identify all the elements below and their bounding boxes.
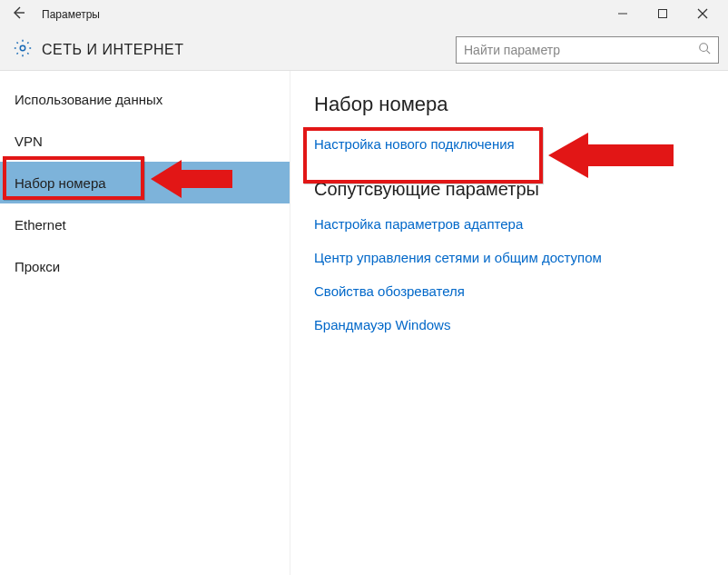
svg-line-6 [707, 50, 711, 54]
sidebar-item-dialup[interactable]: Набор номера [0, 162, 290, 203]
svg-point-4 [20, 45, 25, 51]
search-input[interactable] [464, 43, 698, 57]
svg-rect-1 [659, 10, 667, 18]
related-heading: Сопутсвующие параметры [314, 179, 701, 200]
sidebar-item-proxy[interactable]: Прокси [0, 245, 290, 287]
section-title: СЕТЬ И ИНТЕРНЕТ [42, 42, 184, 58]
close-icon [697, 6, 708, 23]
maximize-button[interactable] [643, 0, 683, 29]
sidebar-item-ethernet[interactable]: Ethernet [0, 203, 290, 245]
link-windows-firewall[interactable]: Брандмауэр Windows [314, 317, 701, 332]
minimize-button[interactable] [603, 0, 643, 29]
back-button[interactable] [5, 2, 31, 27]
link-internet-options[interactable]: Свойства обозревателя [314, 283, 701, 299]
window-controls [603, 0, 723, 29]
link-adapter-settings[interactable]: Настройка параметров адаптера [314, 216, 701, 232]
window-title: Параметры [42, 8, 100, 21]
main-panel: Набор номера Настройка нового подключени… [290, 71, 728, 575]
svg-point-5 [700, 43, 708, 51]
content-area: Использование данных VPN Набор номера Et… [0, 71, 728, 575]
sidebar: Использование данных VPN Набор номера Et… [0, 71, 290, 575]
sidebar-item-label: VPN [15, 134, 43, 149]
link-setup-new-connection[interactable]: Настройка нового подключения [314, 136, 701, 152]
sidebar-item-label: Использование данных [15, 92, 162, 107]
section-header: СЕТЬ И ИНТЕРНЕТ [0, 29, 728, 71]
sidebar-item-label: Ethernet [15, 217, 66, 233]
sidebar-item-label: Прокси [15, 259, 60, 274]
close-button[interactable] [683, 0, 723, 29]
sidebar-item-vpn[interactable]: VPN [0, 120, 290, 162]
sidebar-item-data-usage[interactable]: Использование данных [0, 78, 290, 120]
maximize-icon [657, 6, 668, 23]
titlebar: Параметры [0, 0, 728, 29]
search-box[interactable] [456, 36, 719, 64]
arrow-left-icon [11, 5, 25, 24]
minimize-icon [617, 6, 628, 23]
link-network-sharing-center[interactable]: Центр управления сетями и общим доступом [314, 250, 701, 265]
gear-icon [13, 38, 33, 62]
search-icon [698, 42, 711, 58]
page-title: Набор номера [314, 93, 701, 116]
sidebar-item-label: Набор номера [15, 175, 106, 191]
